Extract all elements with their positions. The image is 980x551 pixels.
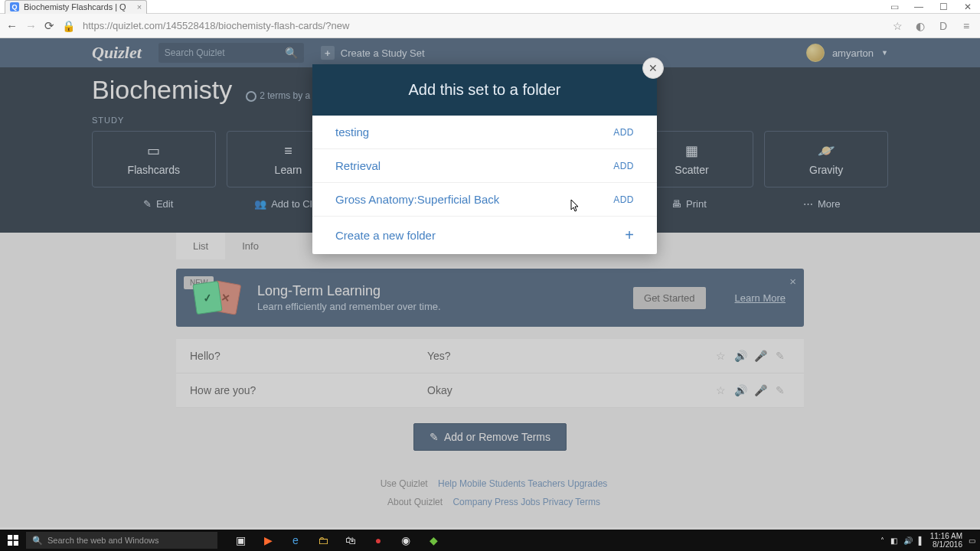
pencil-icon: ✎ — [143, 198, 152, 210]
mode-gravity[interactable]: 🪐Gravity — [764, 131, 888, 187]
taskbar-search[interactable]: 🔍 Search the web and Windows — [26, 532, 217, 549]
window-controls: ▭ — ☐ ✕ — [882, 0, 980, 14]
search-input[interactable] — [165, 47, 285, 58]
mode-flashcards[interactable]: ▭Flashcards — [92, 131, 216, 187]
svg-rect-0 — [8, 535, 12, 540]
browser-tab[interactable]: Q Biochemisty Flashcards | Q × — [5, 0, 147, 14]
set-meta: 2 terms by a — [246, 90, 310, 101]
footer-link[interactable]: Upgrades — [567, 478, 607, 489]
svg-rect-2 — [8, 541, 12, 546]
app-icon[interactable]: ● — [364, 530, 392, 551]
address-bar[interactable]: https://quizlet.com/145528418/biochemist… — [83, 20, 882, 31]
folder-add-button[interactable]: ADD — [613, 127, 634, 138]
explorer-icon[interactable]: 🗀 — [309, 530, 337, 551]
chrome-icon[interactable]: ◉ — [392, 530, 420, 551]
folder-name: Retrieval — [335, 159, 381, 172]
task-view-icon[interactable]: ▣ — [227, 530, 254, 551]
search-box[interactable]: 🔍 — [158, 43, 304, 63]
chevron-up-icon[interactable]: ˄ — [880, 536, 884, 545]
folder-row[interactable]: Retrieval ADD — [312, 149, 657, 183]
footer-link[interactable]: Terms — [575, 497, 600, 507]
movies-icon[interactable]: ▶ — [254, 530, 282, 551]
star-icon[interactable]: ☆ — [890, 20, 905, 32]
learn-more-link[interactable]: Learn More — [735, 292, 786, 304]
cards-icon: ▭ — [147, 142, 160, 159]
search-icon[interactable]: 🔍 — [285, 47, 298, 59]
app2-icon[interactable]: ◆ — [420, 530, 447, 551]
folder-row[interactable]: testing ADD — [312, 116, 657, 149]
maximize-button[interactable]: ☐ — [931, 0, 956, 14]
chevron-down-icon: ▼ — [881, 49, 888, 57]
create-folder-label: Create a new folder — [335, 229, 436, 242]
more-button[interactable]: ⋯More — [756, 198, 888, 210]
volume-icon[interactable]: 🔊 — [903, 536, 913, 545]
footer-link[interactable]: Teachers — [528, 478, 565, 489]
mic-icon[interactable]: 🎤 — [750, 350, 770, 362]
term-list: Hello? Yes? ☆ 🔊 🎤 ✎ How are you? Okay ☆ … — [176, 339, 804, 408]
footer-link[interactable]: Press — [495, 497, 518, 507]
person-icon[interactable]: ▭ — [882, 0, 906, 14]
dots-icon: ⋯ — [803, 198, 813, 210]
footer-link[interactable]: Mobile — [459, 478, 486, 489]
tab-info[interactable]: Info — [225, 233, 276, 259]
footer-link[interactable]: Help — [438, 478, 457, 489]
store-icon[interactable]: 🛍 — [337, 530, 364, 551]
svg-rect-1 — [14, 535, 18, 540]
plus-icon[interactable]: + — [625, 227, 634, 244]
term-row: Hello? Yes? ☆ 🔊 🎤 ✎ — [176, 339, 804, 373]
minimize-button[interactable]: — — [906, 0, 931, 14]
back-button[interactable]: ← — [6, 19, 18, 32]
footer-link[interactable]: Jobs — [521, 497, 540, 507]
site-nav: Quizlet 🔍 + Create a Study Set amyarton … — [0, 38, 980, 67]
footer-link[interactable]: Students — [489, 478, 525, 489]
mic-icon[interactable]: 🎤 — [750, 384, 770, 396]
folder-name: testing — [335, 126, 369, 139]
tab-title: Biochemisty Flashcards | Q — [24, 2, 126, 11]
modal-close-button[interactable]: ✕ — [642, 57, 664, 79]
folder-row[interactable]: Gross Anatomy:Superficial Back ADD — [312, 183, 657, 217]
tab-close-icon[interactable]: × — [137, 2, 142, 11]
star-icon[interactable]: ☆ — [710, 350, 730, 362]
footer-link[interactable]: Privacy — [543, 497, 573, 507]
folder-add-button[interactable]: ADD — [613, 194, 634, 205]
battery-icon[interactable]: ▌ — [919, 536, 924, 545]
extension-d-icon[interactable]: D — [936, 20, 951, 32]
audio-icon[interactable]: 🔊 — [730, 384, 750, 396]
folder-add-button[interactable]: ADD — [613, 161, 634, 171]
user-menu[interactable]: amyarton ▼ — [806, 44, 888, 62]
start-button[interactable] — [0, 530, 26, 551]
add-remove-terms-button[interactable]: ✎ Add or Remove Terms — [413, 423, 567, 451]
edit-term-icon[interactable]: ✎ — [770, 384, 790, 396]
edit-term-icon[interactable]: ✎ — [770, 350, 790, 362]
clock-time: 11:16 AM — [930, 532, 962, 540]
audio-icon[interactable]: 🔊 — [730, 350, 750, 362]
reload-button[interactable]: ⟳ — [44, 19, 54, 33]
network-icon[interactable]: ◧ — [890, 536, 897, 545]
notifications-icon[interactable]: ▭ — [969, 536, 975, 545]
menu-icon[interactable]: ≡ — [959, 20, 974, 32]
promo-close-icon[interactable]: × — [789, 275, 796, 288]
plus-icon: + — [321, 46, 335, 60]
print-icon: 🖶 — [671, 198, 681, 210]
system-tray[interactable]: ˄ ◧ 🔊 ▌ 11:16 AM 8/1/2016 ▭ — [880, 532, 980, 549]
star-icon[interactable]: ☆ — [710, 384, 730, 396]
promo-subtitle: Learn efficiently and remember over time… — [257, 301, 441, 312]
gravity-icon: 🪐 — [818, 142, 835, 159]
edge-icon[interactable]: e — [282, 530, 309, 551]
edit-button[interactable]: ✎Edit — [92, 198, 224, 210]
promo-title: Long-Term Learning — [257, 283, 441, 299]
footer-link[interactable]: Company — [452, 497, 492, 507]
close-window-button[interactable]: ✕ — [956, 0, 980, 14]
create-set-button[interactable]: + Create a Study Set — [321, 46, 425, 60]
logo[interactable]: Quizlet — [92, 43, 142, 63]
set-title: Biochemisty — [92, 75, 232, 105]
promo-illustration: ✓✕ — [194, 282, 239, 313]
search-icon: 🔍 — [32, 536, 43, 546]
ltl-promo: NEW ✓✕ Long-Term Learning Learn efficien… — [176, 269, 804, 327]
tab-list[interactable]: List — [176, 233, 225, 259]
create-folder-row[interactable]: Create a new folder + — [312, 217, 657, 254]
footer: Use Quizlet Help Mobile Students Teacher… — [176, 478, 804, 507]
extension-icon[interactable]: ◐ — [913, 20, 928, 32]
get-started-button[interactable]: Get Started — [633, 287, 705, 309]
modal-title: Add this set to a folder — [312, 64, 657, 116]
